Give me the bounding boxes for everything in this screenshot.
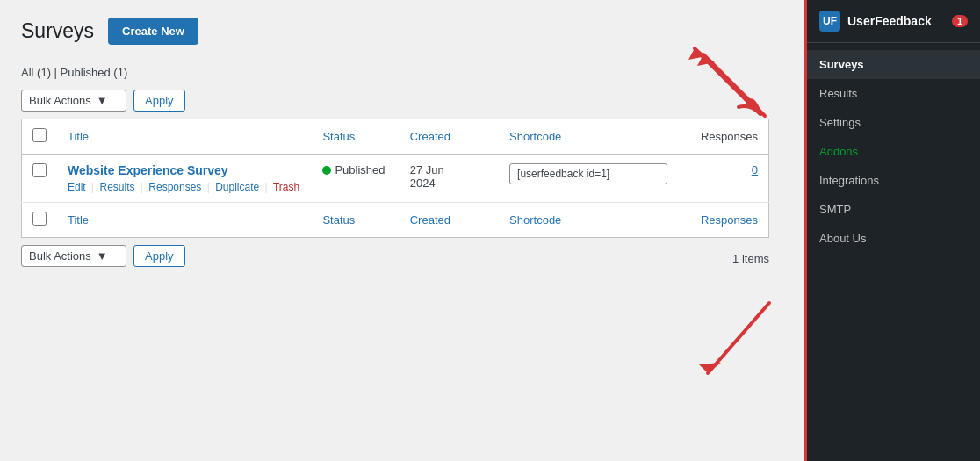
annotation-arrow-2	[638, 294, 796, 391]
action-results-link[interactable]: Results	[99, 181, 134, 193]
footer-col-shortcode: Shortcode	[499, 203, 690, 238]
filter-links: All (1) | Published (1)	[21, 66, 769, 79]
filter-separator: |	[54, 66, 57, 79]
row-status-cell: Published	[312, 155, 399, 203]
sidebar-item-smtp[interactable]: SMTP	[807, 195, 980, 224]
sidebar-item-aboutus[interactable]: About Us	[807, 224, 980, 253]
col-title-link[interactable]: Title	[68, 130, 89, 143]
chevron-down-icon: ▼	[97, 94, 108, 107]
separator-2: |	[141, 181, 146, 193]
col-status-link[interactable]: Status	[322, 130, 355, 143]
sidebar-item-results[interactable]: Results	[807, 79, 980, 108]
footer-col-responses: Responses	[690, 203, 769, 238]
row-shortcode-cell	[499, 155, 690, 203]
footer-col-status[interactable]: Status	[312, 203, 399, 238]
sidebar-item-addons[interactable]: Addons	[807, 137, 980, 166]
footer-col-title-link[interactable]: Title	[68, 213, 89, 227]
footer-col-check	[22, 203, 58, 238]
bulk-actions-select-top[interactable]: Bulk Actions ▼	[21, 90, 126, 112]
bulk-bar-top: Bulk Actions ▼ Apply	[21, 90, 769, 112]
footer-col-status-link[interactable]: Status	[322, 213, 355, 227]
status-label: Published	[322, 163, 388, 176]
sidebar-brand: UF UserFeedback 1	[807, 0, 980, 43]
survey-title-link[interactable]: Website Experience Survey	[68, 163, 228, 177]
create-new-button[interactable]: Create New	[108, 18, 198, 45]
footer-col-created[interactable]: Created	[400, 203, 499, 238]
main-content: Surveys Create New All (1) | Published (…	[0, 0, 790, 292]
sidebar: UF UserFeedback 1 Surveys Results Settin…	[804, 0, 980, 461]
filter-published-link[interactable]: Published (1)	[61, 66, 128, 79]
sidebar-item-surveys[interactable]: Surveys	[807, 50, 980, 79]
action-duplicate-link[interactable]: Duplicate	[215, 181, 259, 193]
action-responses-link[interactable]: Responses	[148, 181, 201, 193]
status-dot	[322, 166, 331, 175]
col-header-shortcode: Shortcode	[499, 119, 690, 155]
separator-3: |	[207, 181, 213, 193]
col-created-link[interactable]: Created	[410, 130, 450, 143]
brand-name: UserFeedback	[847, 14, 932, 28]
bulk-actions-select-bottom[interactable]: Bulk Actions ▼	[21, 245, 126, 267]
footer-col-created-link[interactable]: Created	[410, 213, 450, 227]
footer-col-title[interactable]: Title	[57, 203, 312, 238]
sidebar-item-integrations[interactable]: Integrations	[807, 166, 980, 195]
page-header: Surveys Create New	[21, 18, 769, 45]
sidebar-item-settings[interactable]: Settings	[807, 108, 980, 137]
svg-marker-5	[699, 363, 721, 373]
svg-line-4	[708, 303, 769, 373]
items-count: 1 items	[732, 252, 769, 265]
bulk-bar-bottom: Bulk Actions ▼ Apply 1 items	[21, 245, 769, 267]
row-responses-cell: 0	[690, 155, 769, 203]
separator-4: |	[265, 181, 270, 193]
row-created-cell: 27 Jun 2024	[400, 155, 499, 203]
col-header-created[interactable]: Created	[400, 119, 499, 155]
page-title: Surveys	[21, 18, 94, 45]
action-edit-link[interactable]: Edit	[68, 181, 86, 193]
row-title-cell: Website Experience Survey Edit | Results…	[57, 155, 312, 203]
separator-1: |	[91, 181, 97, 193]
apply-button-top[interactable]: Apply	[133, 90, 185, 112]
brand-icon: UF	[819, 11, 840, 32]
apply-button-bottom[interactable]: Apply	[133, 245, 185, 267]
brand-notification-badge: 1	[952, 15, 968, 27]
action-trash-link[interactable]: Trash	[273, 181, 299, 193]
col-header-responses: Responses	[690, 119, 769, 155]
survey-table: Title Status Created Shortcode	[21, 119, 769, 238]
row-checkbox[interactable]	[32, 163, 47, 177]
filter-all-link[interactable]: All (1)	[21, 66, 54, 79]
shortcode-input[interactable]	[509, 163, 667, 184]
chevron-down-icon-bottom: ▼	[97, 249, 108, 263]
responses-count-link[interactable]: 0	[752, 163, 758, 176]
select-all-checkbox[interactable]	[32, 128, 47, 142]
footer-select-all-checkbox[interactable]	[32, 212, 47, 226]
col-header-status[interactable]: Status	[312, 119, 399, 155]
table-row: Website Experience Survey Edit | Results…	[22, 155, 769, 203]
col-header-check	[22, 119, 58, 155]
table-header-row: Title Status Created Shortcode	[22, 119, 769, 155]
sidebar-nav: Surveys Results Settings Addons Integrat…	[807, 43, 980, 260]
col-header-title[interactable]: Title	[57, 119, 312, 155]
row-actions: Edit | Results | Responses | Duplicate |…	[68, 181, 301, 193]
table-footer-header-row: Title Status Created Shortcode	[22, 203, 769, 238]
row-checkbox-cell	[22, 155, 58, 203]
